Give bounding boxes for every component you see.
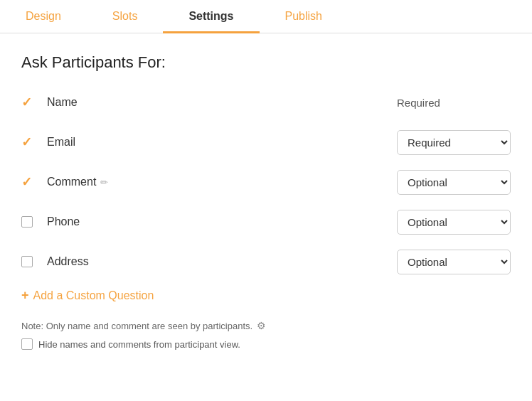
comment-check-area: ✓ bbox=[21, 174, 47, 190]
comment-checkmark-icon: ✓ bbox=[21, 174, 32, 190]
add-custom-label: Add a Custom Question bbox=[33, 289, 154, 302]
name-checkmark-icon: ✓ bbox=[21, 95, 32, 110]
hide-names-checkbox[interactable] bbox=[21, 338, 33, 350]
email-checkmark-icon: ✓ bbox=[21, 134, 32, 150]
field-row-name: ✓ Name Required bbox=[21, 89, 511, 116]
section-title: Ask Participants For: bbox=[21, 53, 511, 72]
name-check-area: ✓ bbox=[21, 95, 47, 110]
field-row-address: Address Required Optional bbox=[21, 248, 511, 275]
name-label: Name bbox=[47, 96, 397, 109]
phone-dropdown[interactable]: Required Optional bbox=[397, 210, 511, 235]
note-section: Note: Only name and comment are seen by … bbox=[21, 320, 511, 350]
email-label: Email bbox=[47, 136, 397, 149]
comment-label: Comment ✏ bbox=[47, 176, 397, 188]
field-row-comment: ✓ Comment ✏ Required Optional bbox=[21, 169, 511, 196]
add-custom-question[interactable]: + Add a Custom Question bbox=[21, 288, 511, 303]
hide-names-row: Hide names and comments from participant… bbox=[21, 338, 511, 350]
tab-design[interactable]: Design bbox=[0, 0, 87, 33]
address-label: Address bbox=[47, 255, 397, 268]
field-row-phone: Phone Required Optional bbox=[21, 208, 511, 235]
name-required-text: Required bbox=[397, 97, 511, 109]
note-text-content: Note: Only name and comment are seen by … bbox=[21, 321, 252, 331]
email-dropdown[interactable]: Required Optional bbox=[397, 130, 511, 155]
address-checkbox[interactable] bbox=[21, 256, 33, 267]
settings-content: Ask Participants For: ✓ Name Required ✓ … bbox=[0, 33, 532, 364]
tab-bar: Design Slots Settings Publish bbox=[0, 0, 532, 33]
phone-checkbox[interactable] bbox=[21, 216, 33, 228]
hide-names-label: Hide names and comments from participant… bbox=[38, 339, 240, 350]
tab-slots[interactable]: Slots bbox=[87, 0, 164, 33]
phone-label: Phone bbox=[47, 215, 397, 228]
comment-edit-icon[interactable]: ✏ bbox=[100, 177, 108, 188]
phone-check-area bbox=[21, 216, 47, 228]
comment-label-text: Comment bbox=[47, 176, 96, 188]
email-check-area: ✓ bbox=[21, 134, 47, 150]
gear-icon[interactable]: ⚙ bbox=[257, 320, 266, 331]
note-text-row: Note: Only name and comment are seen by … bbox=[21, 320, 511, 331]
tab-settings[interactable]: Settings bbox=[163, 0, 259, 33]
comment-dropdown[interactable]: Required Optional bbox=[397, 170, 511, 195]
tab-publish[interactable]: Publish bbox=[260, 0, 348, 33]
address-check-area bbox=[21, 256, 47, 267]
field-row-email: ✓ Email Required Optional bbox=[21, 129, 511, 156]
address-dropdown[interactable]: Required Optional bbox=[397, 250, 511, 274]
plus-icon: + bbox=[21, 288, 29, 303]
